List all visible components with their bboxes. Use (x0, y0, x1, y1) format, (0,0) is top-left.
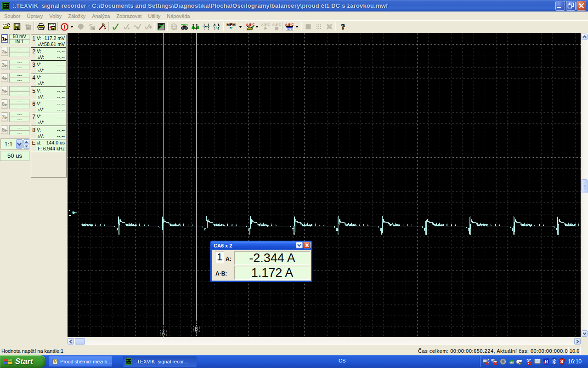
memory-recall-button[interactable]: MEM (225, 21, 237, 32)
display-mode-button[interactable] (156, 21, 166, 32)
language-indicator[interactable]: CS (339, 358, 345, 363)
display-settings-icon[interactable] (534, 358, 541, 365)
horizontal-scrollbar[interactable] (68, 338, 581, 345)
chevron-down-icon (17, 143, 22, 146)
measure-waveform-button[interactable] (190, 21, 200, 32)
r-application-icon[interactable]: R (543, 358, 550, 365)
apply-check-button[interactable] (110, 21, 121, 32)
channel-3-button[interactable]: 3▶ (1, 60, 8, 69)
settings-tools-button[interactable] (97, 21, 107, 32)
help-button[interactable]: ? (338, 21, 348, 32)
taskbar-button-texvik[interactable]: :.TEXVIK signal recor… (123, 356, 197, 367)
formula-open-dropdown[interactable] (254, 21, 260, 32)
channel-3-range-field[interactable]: --- (9, 60, 30, 65)
minimize-button[interactable] (555, 1, 565, 11)
menu-zobrazovat[interactable]: Zobrazovat (113, 12, 145, 20)
restore-button[interactable] (566, 1, 576, 11)
scroll-up-button[interactable] (582, 34, 588, 40)
menu-analyza[interactable]: Analýza (89, 12, 113, 20)
channel-1-input-field[interactable]: IN 1 (9, 39, 30, 44)
channel-4-input-field[interactable]: --- (9, 78, 30, 83)
scroll-left-button[interactable] (68, 338, 74, 345)
svg-text:A: A (162, 331, 165, 336)
vertical-scrollbar[interactable] (581, 33, 588, 337)
save-file-button[interactable] (11, 21, 22, 32)
ca6-measurement-window[interactable]: CA6 x 2 1 A: -2.344 A A-B: 1.172 A (210, 241, 312, 282)
ca6-close-button[interactable] (304, 242, 311, 248)
close-button[interactable] (577, 1, 586, 11)
ratio-dropdown-button[interactable] (16, 139, 23, 149)
measurement-row-e: E Δt:144.0 us F:6.944 kHz (31, 139, 66, 152)
cursors-horizontal-button[interactable] (201, 21, 211, 32)
taskbar-button-proud[interactable]: Proud sběrnicí mezi b… (49, 356, 112, 367)
save-screen-image-button[interactable] (46, 21, 57, 32)
measurement-row-5: 5 V:--.-- ΔV:--.-- (31, 87, 66, 100)
spin-down-icon (25, 145, 28, 148)
security-alert-icon[interactable] (558, 358, 565, 365)
toolbar-separator (301, 22, 302, 31)
vertical-scroll-thumb[interactable] (582, 179, 588, 193)
menu-zalozky[interactable]: Záložky (65, 12, 89, 20)
channel-6-button[interactable]: 6▶ (1, 99, 8, 109)
channel-7-button[interactable]: 7▶ (1, 112, 8, 121)
oscilloscope-display[interactable]: AB (68, 33, 581, 337)
print-button[interactable] (36, 21, 46, 32)
horizontal-scroll-thumb[interactable] (75, 338, 85, 345)
save-screen-icon (48, 23, 56, 30)
status-bar: Hodnota napětí na kanále:1 Čas celkem: 0… (0, 346, 588, 355)
volume-icon[interactable] (499, 358, 507, 365)
memory-options-dropdown[interactable] (237, 21, 243, 32)
cursors-sine-button[interactable] (211, 21, 222, 32)
scroll-right-button[interactable] (574, 338, 581, 345)
channel-5-button[interactable]: 5▶ (1, 86, 8, 95)
wireless-error-icon[interactable] (525, 358, 532, 365)
channel-3-input-field[interactable]: --- (9, 65, 30, 70)
status-divider (580, 347, 581, 355)
scroll-down-button[interactable] (582, 330, 588, 337)
channel-8-input-field[interactable]: --- (9, 130, 30, 135)
ratio-combobox[interactable]: 1:1 (0, 138, 29, 150)
record-file-disabled-icon (88, 23, 96, 30)
taskbar-clock[interactable]: 16:10 (568, 358, 582, 365)
record-circle-disabled-icon (77, 23, 85, 30)
stop-acquisition-button[interactable] (59, 21, 70, 32)
printer-icon (37, 23, 45, 30)
channel-5-range-field[interactable]: --- (9, 86, 30, 91)
channel-8-range-field[interactable]: --- (9, 125, 30, 130)
mouse-device-icon[interactable] (515, 358, 523, 365)
channel-7-input-field[interactable]: --- (9, 117, 30, 122)
channel-1-range-field[interactable]: 50 mV (9, 34, 30, 39)
ratio-spin-up-button[interactable] (23, 139, 29, 144)
channel-4-range-field[interactable]: --- (9, 73, 30, 78)
audio-monitor-error-icon[interactable] (482, 358, 490, 365)
thumb-grip-icon (582, 180, 588, 194)
start-button[interactable]: Start (0, 355, 45, 368)
timebase-field[interactable]: 50 us (0, 151, 29, 161)
menu-volby[interactable]: Volby (46, 12, 65, 20)
formula-editor-button[interactable]: A:B*C (284, 21, 294, 32)
network-disconnected-icon[interactable] (491, 358, 498, 365)
channel-7-range-field[interactable]: --- (9, 112, 30, 117)
channel-6-input-field[interactable]: --- (9, 104, 30, 109)
menu-utility[interactable]: Utility (145, 12, 164, 20)
menu-napoveda[interactable]: Nápověda (164, 12, 193, 20)
menu-upravy[interactable]: Úpravy (23, 12, 46, 20)
channel-2-button[interactable]: 2▶ (1, 47, 8, 56)
channel-5-input-field[interactable]: --- (9, 91, 30, 96)
formula-editor-dropdown[interactable] (294, 21, 300, 32)
channel-2-input-field[interactable]: --- (9, 52, 30, 57)
search-signal-button[interactable] (179, 21, 190, 32)
ratio-spin-down-button[interactable] (23, 144, 29, 149)
open-file-button[interactable] (1, 21, 11, 32)
channel-6-range-field[interactable]: --- (9, 99, 30, 104)
window-titlebar[interactable]: :.TEXVIK signal recorder - C:\Documents … (0, 0, 588, 12)
channel-1-button[interactable]: 1▶ (1, 34, 8, 43)
bluetooth-icon[interactable] (550, 358, 558, 365)
channel-2-range-field[interactable]: --- (9, 47, 30, 52)
channel-8-button[interactable]: 8▶ (1, 125, 8, 134)
safely-remove-hardware-icon[interactable] (508, 358, 515, 365)
ca6-rollup-button[interactable] (296, 242, 303, 248)
channel-4-button[interactable]: 4▶ (1, 73, 8, 82)
menu-soubor[interactable]: Soubor (1, 12, 23, 20)
stop-options-dropdown[interactable] (69, 21, 74, 32)
